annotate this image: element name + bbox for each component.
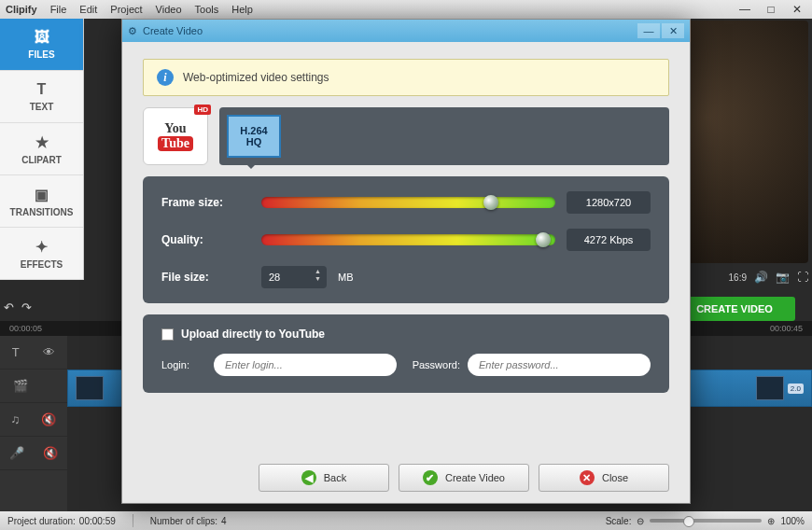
mic-track-icon[interactable]: 🎤 — [9, 446, 24, 460]
login-label: Login: — [161, 359, 206, 370]
logo-you: You — [164, 121, 186, 136]
close-icon: ✕ — [580, 470, 595, 485]
duration-label: Project duration: — [7, 516, 76, 526]
duration-value: 00:00:59 — [79, 516, 116, 526]
upload-checkbox[interactable] — [161, 328, 174, 341]
sidebar-item-files[interactable]: 🖼 FILES — [0, 19, 83, 71]
quality-value: 4272 Kbps — [567, 229, 651, 251]
zoom-out-icon[interactable]: ⊖ — [637, 516, 644, 526]
menu-tools[interactable]: Tools — [195, 4, 219, 15]
app-close-icon[interactable]: ✕ — [788, 3, 806, 16]
audio-track-icon[interactable]: ♫ — [11, 412, 21, 426]
check-icon: ✔ — [423, 470, 438, 485]
transitions-icon: ▣ — [35, 186, 49, 203]
menu-video[interactable]: Video — [156, 4, 182, 15]
upload-checkbox-row[interactable]: Upload directly to YouTube — [161, 328, 651, 341]
info-icon: i — [157, 69, 174, 86]
mute-icon[interactable]: 🔇 — [41, 412, 56, 426]
info-banner: i Web-optimized video settings — [143, 59, 669, 96]
file-size-label: File size: — [161, 271, 250, 284]
snapshot-icon[interactable]: 📷 — [776, 271, 790, 284]
quality-slider[interactable] — [261, 234, 555, 245]
youtube-logo: HD You Tube — [143, 107, 208, 165]
codec-selector[interactable]: H.264 HQ — [219, 107, 669, 165]
mute-icon[interactable]: 🔇 — [43, 446, 58, 460]
menu-edit[interactable]: Edit — [79, 4, 97, 15]
sidebar-item-transitions[interactable]: ▣ TRANSITIONS — [0, 175, 83, 228]
video-track-icon[interactable]: 🎬 — [13, 379, 28, 393]
frame-size-value: 1280x720 — [567, 191, 651, 214]
hd-badge: HD — [194, 105, 211, 115]
dialog-minimize-icon[interactable]: — — [637, 23, 660, 38]
text-icon: T — [37, 81, 47, 98]
settings-panel: Frame size: 1280x720 Quality: 4272 Kbps … — [143, 176, 669, 303]
sidebar-label: FILES — [28, 49, 54, 60]
timeline-tools: T👁 🎬 ♫🔇 🎤🔇 — [0, 336, 67, 511]
upload-label: Upload directly to YouTube — [181, 328, 325, 341]
zoom-in-icon[interactable]: ⊕ — [767, 516, 775, 526]
close-button[interactable]: ✕ Close — [539, 464, 669, 492]
visibility-icon[interactable]: 👁 — [43, 345, 55, 359]
time-marker: 00:00:45 — [770, 324, 803, 333]
scale-value: 100% — [780, 516, 805, 526]
app-titlebar: Clipify File Edit Project Video Tools He… — [0, 0, 812, 19]
create-video-button[interactable]: CREATE VIDEO — [674, 297, 795, 321]
password-label: Password: — [404, 359, 460, 370]
codec-chip-h264[interactable]: H.264 HQ — [227, 115, 281, 158]
upload-panel: Upload directly to YouTube Login: Passwo… — [143, 314, 669, 393]
dialog-icon: ⚙ — [128, 25, 137, 37]
sidebar-label: TEXT — [30, 102, 54, 112]
clips-value: 4 — [221, 516, 227, 526]
frame-size-label: Frame size: — [161, 196, 250, 209]
file-size-unit: MB — [338, 272, 354, 283]
undo-icon[interactable]: ↶ — [4, 300, 14, 314]
menu-help[interactable]: Help — [231, 4, 253, 15]
codec-line1: H.264 — [240, 125, 267, 136]
redo-icon[interactable]: ↷ — [21, 300, 32, 314]
clip-stretch: 2.0 — [788, 384, 804, 394]
text-tool-icon[interactable]: T — [12, 345, 20, 359]
app-maximize-icon[interactable]: □ — [762, 3, 780, 16]
sidebar-item-effects[interactable]: ✦ EFFECTS — [0, 228, 83, 280]
scale-slider[interactable] — [650, 519, 762, 523]
volume-icon[interactable]: 🔊 — [754, 271, 768, 284]
password-input[interactable] — [468, 354, 651, 376]
create-button[interactable]: ✔ Create Video — [399, 464, 529, 492]
menu-file[interactable]: File — [50, 4, 67, 15]
login-input[interactable] — [214, 354, 397, 376]
statusbar: Project duration: 00:00:59 Number of cli… — [0, 511, 812, 530]
undo-redo-toolbar: ↶ ↷ — [4, 300, 32, 314]
slider-knob[interactable] — [536, 232, 551, 247]
sidebar-item-text[interactable]: T TEXT — [0, 71, 83, 123]
banner-text: Web-optimized video settings — [183, 71, 329, 84]
file-size-value: 28 — [269, 272, 280, 283]
sidebar-item-clipart[interactable]: ★ CLIPART — [0, 123, 83, 175]
quality-label: Quality: — [161, 233, 250, 246]
time-marker: 00:00:05 — [9, 324, 42, 333]
back-button[interactable]: ◀ Back — [259, 464, 389, 492]
menu-project[interactable]: Project — [110, 4, 142, 15]
sidebar-label: EFFECTS — [21, 259, 63, 270]
clips-label: Number of clips: — [150, 516, 217, 526]
aspect-ratio: 16:9 — [729, 272, 747, 283]
file-size-input[interactable]: 28 ▲▼ — [261, 266, 327, 288]
dialog-title: Create Video — [143, 25, 203, 36]
dialog-close-icon[interactable]: ✕ — [662, 23, 684, 38]
clip-thumbnail — [76, 376, 104, 400]
slider-knob[interactable] — [483, 195, 498, 210]
fullscreen-icon[interactable]: ⛶ — [797, 271, 808, 284]
sidebar-label: CLIPART — [21, 155, 62, 165]
spinner-arrows[interactable]: ▲▼ — [315, 268, 321, 283]
files-icon: 🖼 — [35, 29, 49, 46]
left-sidebar: 🖼 FILES T TEXT ★ CLIPART ▣ TRANSITIONS ✦… — [0, 19, 84, 280]
dialog-titlebar: ⚙ Create Video — ✕ — [122, 20, 690, 42]
create-video-dialog: ⚙ Create Video — ✕ i Web-optimized video… — [121, 19, 691, 504]
scale-label: Scale: — [606, 516, 632, 526]
clip-thumbnail — [756, 376, 784, 400]
effects-icon: ✦ — [35, 238, 48, 256]
app-minimize-icon[interactable]: — — [735, 3, 754, 16]
frame-size-slider[interactable] — [261, 197, 555, 208]
sidebar-label: TRANSITIONS — [10, 207, 74, 217]
app-name: Clipify — [6, 4, 37, 15]
back-icon: ◀ — [301, 470, 316, 485]
